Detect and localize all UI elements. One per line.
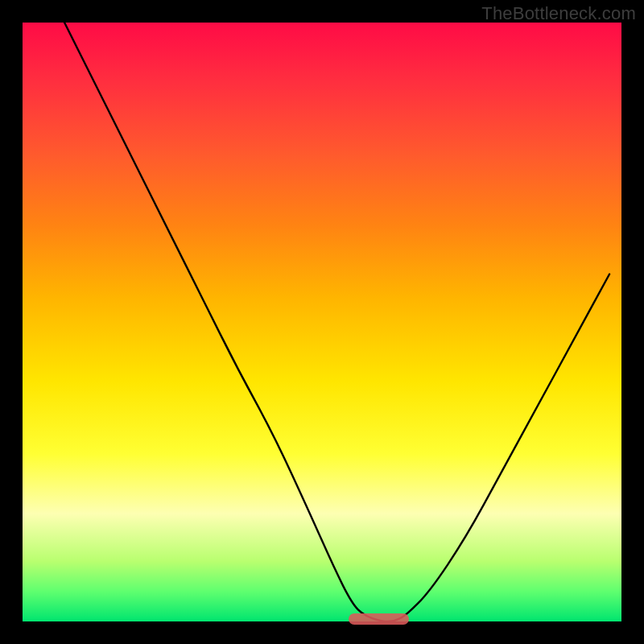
optimal-range-marker: [349, 613, 409, 625]
chart-frame: TheBottleneck.com: [0, 0, 644, 644]
bottleneck-curve: [23, 23, 621, 621]
plot-area: [23, 23, 621, 621]
watermark-text: TheBottleneck.com: [481, 3, 636, 24]
